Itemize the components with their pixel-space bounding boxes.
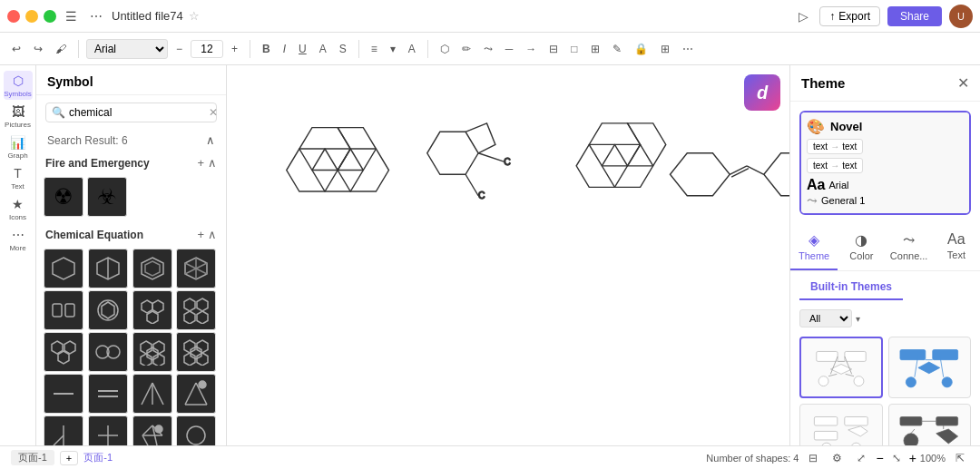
symbol-quad-hex[interactable]: [176, 290, 216, 330]
symbol-circle-pair[interactable]: [88, 332, 128, 372]
page-label[interactable]: 页面-1: [11, 450, 54, 465]
sidebar-pictures[interactable]: 🖼 Pictures: [4, 102, 33, 131]
theme-thumb-4[interactable]: [888, 404, 972, 445]
waypoint[interactable]: ⊟: [544, 40, 563, 58]
symbol-double-hex1[interactable]: [44, 290, 83, 330]
expand-button[interactable]: ⇱: [951, 449, 969, 467]
strikethrough-button[interactable]: S: [335, 40, 351, 58]
symbol-single-bond[interactable]: [44, 374, 83, 414]
underline-button[interactable]: U: [294, 40, 311, 58]
sidebar-toggle[interactable]: ☰: [62, 7, 81, 25]
general-icon: ⤳: [807, 193, 818, 208]
increase-font[interactable]: +: [227, 40, 242, 58]
fire-icon-biohazard[interactable]: ☣: [87, 177, 127, 217]
symbol-circle-atom[interactable]: [176, 415, 216, 445]
line-width[interactable]: ─: [501, 40, 518, 58]
symbol-cyclopentyl[interactable]: [132, 415, 172, 445]
add-chemical-section[interactable]: +: [197, 228, 204, 241]
symbol-hexagon3[interactable]: [132, 249, 172, 288]
tab-connector[interactable]: ⤳ Conne...: [886, 224, 933, 270]
symbol-large-hex-cluster[interactable]: [176, 332, 216, 372]
symbol-double-bond[interactable]: [88, 374, 128, 414]
btn-maximize[interactable]: [44, 10, 56, 23]
share-button[interactable]: Share: [887, 6, 942, 26]
search-icon: 🔍: [52, 106, 65, 119]
symbol-hexagon4[interactable]: [176, 249, 216, 288]
separator2: [250, 40, 250, 58]
undo-button[interactable]: ↩: [7, 40, 25, 58]
fire-icon-hazmat[interactable]: ☢: [44, 177, 83, 217]
symbol-wedge-bond[interactable]: [88, 415, 128, 445]
border-color[interactable]: ✏: [457, 40, 475, 58]
tab-theme[interactable]: ◈ Theme: [790, 224, 838, 270]
more-options[interactable]: ⋯: [678, 40, 698, 58]
fullscreen-button[interactable]: ⤢: [852, 449, 870, 467]
svg-marker-4: [145, 261, 160, 276]
symbol-r-group[interactable]: [44, 415, 83, 445]
symbol-3hex-cluster[interactable]: [44, 332, 83, 372]
align-left[interactable]: ≡: [367, 40, 382, 58]
edit-style[interactable]: ✎: [608, 40, 626, 58]
btn-close[interactable]: [7, 10, 20, 23]
symbol-triple-bond-v[interactable]: [132, 374, 172, 414]
connector-style[interactable]: →: [521, 40, 541, 58]
symbol-honeycomb[interactable]: [132, 332, 172, 372]
svg-point-97: [943, 376, 953, 386]
search-input[interactable]: [69, 106, 205, 119]
theme-thumb-2[interactable]: [888, 337, 972, 398]
btn-minimize[interactable]: [25, 10, 38, 23]
theme-panel-close[interactable]: ✕: [957, 74, 969, 92]
line-style[interactable]: ⤳: [479, 40, 497, 58]
symbol-hexagon2[interactable]: [88, 249, 128, 288]
sidebar-symbols[interactable]: ⬡ Symbols: [4, 71, 33, 100]
add-fire-section[interactable]: +: [197, 156, 204, 170]
tab-text[interactable]: Aa Text: [933, 224, 980, 270]
theme-thumb-3[interactable]: [799, 404, 883, 445]
fill-color[interactable]: ⬡: [436, 40, 454, 58]
settings-button[interactable]: ⚙: [828, 449, 847, 467]
sidebar-more[interactable]: ⋯ More: [4, 225, 33, 254]
format-painter[interactable]: 🖌: [51, 40, 71, 58]
selected-theme-card[interactable]: 🎨 Novel text → text text → text: [799, 111, 971, 215]
bottom-bar: 页面-1 + 页面-1 Number of shapes: 4 ⊟ ⚙ ⤢ − …: [0, 445, 980, 469]
filter-select[interactable]: All Light Dark: [799, 309, 852, 327]
symbol-hexagon1[interactable]: [44, 249, 83, 288]
fit-page-button[interactable]: ⤡: [887, 449, 906, 467]
font-color-button[interactable]: A: [315, 40, 331, 58]
font-family-select[interactable]: Arial: [86, 39, 168, 59]
text-format[interactable]: A: [404, 40, 420, 58]
italic-button[interactable]: I: [279, 40, 290, 58]
theme-thumb-1[interactable]: [799, 337, 883, 398]
bold-button[interactable]: B: [258, 40, 275, 58]
play-icon[interactable]: ▷: [795, 7, 812, 25]
shadow[interactable]: □: [566, 40, 582, 58]
sidebar-text[interactable]: T Text: [4, 163, 33, 192]
sidebar-graph[interactable]: 📊 Graph: [4, 132, 33, 161]
export-button[interactable]: ↑ Export: [819, 6, 880, 26]
collapse-fire-section[interactable]: ∧: [208, 156, 217, 170]
symbol-circle-hex[interactable]: [88, 290, 128, 330]
collapse-chemical-section[interactable]: ∧: [208, 228, 217, 241]
canvas-area[interactable]: d C C: [227, 65, 789, 445]
table[interactable]: ⊞: [656, 40, 674, 58]
avatar[interactable]: U: [949, 5, 973, 28]
arrange[interactable]: ⊞: [586, 40, 604, 58]
redo-button[interactable]: ↪: [29, 40, 47, 58]
tab-color[interactable]: ◑ Color: [838, 224, 885, 270]
collapse-results-button[interactable]: ∧: [206, 133, 215, 147]
star-icon[interactable]: ☆: [189, 9, 200, 23]
layers-button[interactable]: ⊟: [804, 449, 822, 467]
decrease-font[interactable]: −: [172, 40, 187, 58]
font-size-input[interactable]: [191, 40, 223, 58]
sidebar-icons-btn[interactable]: ★ Icons: [4, 194, 33, 223]
lock[interactable]: 🔒: [630, 40, 652, 58]
zoom-in-button[interactable]: +: [909, 451, 916, 465]
menu-icon[interactable]: ⋯: [86, 7, 106, 25]
align-dropdown[interactable]: ▾: [386, 40, 400, 58]
search-clear-icon[interactable]: ✕: [209, 106, 218, 119]
symbol-triple-hex[interactable]: [132, 290, 172, 330]
add-page-button[interactable]: +: [60, 451, 78, 465]
arrow-icon: →: [830, 142, 839, 151]
symbol-branch[interactable]: [176, 374, 216, 414]
zoom-out-button[interactable]: −: [876, 451, 883, 465]
